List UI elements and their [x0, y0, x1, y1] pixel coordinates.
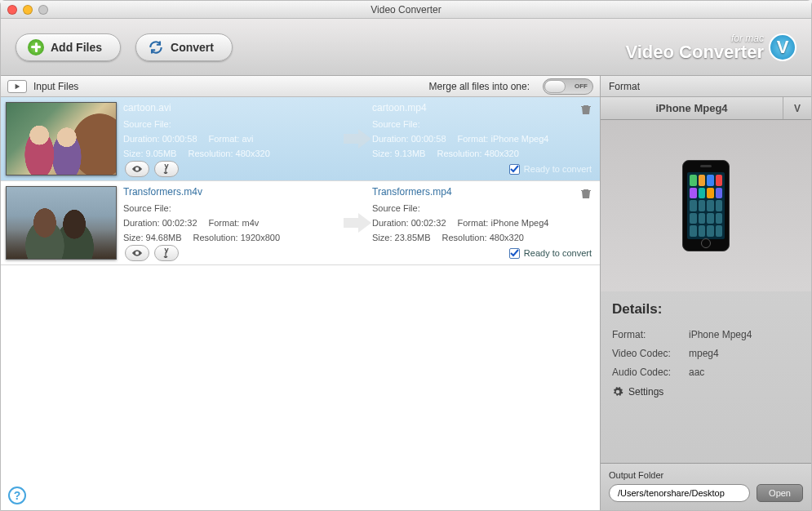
detail-format: iPhone Mpeg4 — [689, 329, 752, 340]
preview-button[interactable] — [125, 161, 149, 177]
delete-button[interactable] — [579, 102, 593, 117]
ready-checkbox[interactable] — [509, 164, 520, 175]
open-folder-button[interactable]: Open — [757, 484, 803, 502]
output-folder-input[interactable] — [609, 484, 750, 502]
source-file-label: Source File: — [123, 117, 343, 131]
plus-icon — [28, 39, 44, 56]
arrow-right-icon — [343, 211, 372, 234]
merge-label: Merge all files into one: — [429, 81, 530, 92]
ready-label: Ready to convert — [524, 248, 592, 258]
convert-label: Convert — [171, 41, 214, 54]
edit-button[interactable] — [154, 245, 179, 261]
output-folder-label: Output Folder — [609, 470, 803, 480]
gear-icon — [612, 386, 623, 398]
file-list: cartoon.avi Source File: Duration: 00:00… — [1, 97, 600, 510]
dest-filename: cartoon.mp4 — [372, 102, 592, 113]
details-heading: Details: — [612, 301, 800, 318]
add-files-label: Add Files — [51, 41, 102, 54]
settings-button[interactable]: Settings — [612, 386, 800, 398]
convert-button[interactable]: Convert — [135, 33, 233, 61]
input-files-label: Input Files — [33, 81, 78, 92]
detail-video-codec: mpeg4 — [689, 348, 719, 359]
format-selector[interactable]: iPhone Mpeg4 — [601, 97, 783, 119]
settings-label: Settings — [628, 386, 663, 398]
ready-checkbox[interactable] — [509, 248, 520, 259]
brand-logo-icon: V — [769, 33, 796, 61]
edit-button[interactable] — [154, 161, 179, 177]
video-thumbnail[interactable] — [6, 102, 117, 176]
detail-audio-codec: aac — [689, 367, 704, 378]
file-row[interactable]: Transformers.m4v Source File: Duration: … — [1, 181, 600, 265]
dest-filename: Transformers.mp4 — [372, 186, 592, 198]
merge-toggle[interactable]: OFF — [543, 78, 593, 95]
video-thumbnail[interactable] — [6, 186, 117, 260]
arrow-right-icon — [343, 127, 372, 150]
window-title: Video Converter — [1, 4, 811, 16]
format-dropdown-button[interactable]: V — [783, 97, 811, 119]
input-files-header: Input Files Merge all files into one: OF… — [1, 76, 600, 97]
preview-button[interactable] — [125, 245, 149, 261]
source-filename: cartoon.avi — [123, 102, 343, 113]
play-icon[interactable] — [7, 80, 27, 93]
toggle-knob — [544, 80, 566, 93]
iphone-icon — [682, 160, 730, 251]
format-header: Format — [601, 76, 811, 97]
brand: for mac Video Converter V — [625, 33, 796, 61]
add-files-button[interactable]: Add Files — [16, 33, 121, 61]
format-preview — [601, 120, 811, 291]
ready-label: Ready to convert — [524, 164, 592, 174]
file-row[interactable]: cartoon.avi Source File: Duration: 00:00… — [1, 97, 600, 181]
delete-button[interactable] — [579, 186, 593, 201]
toolbar: Add Files Convert for mac Video Converte… — [1, 19, 811, 76]
brand-title: Video Converter — [625, 43, 764, 61]
details-panel: Details: Format:iPhone Mpeg4 Video Codec… — [601, 291, 811, 463]
convert-icon — [148, 39, 164, 56]
toggle-state-label: OFF — [575, 82, 588, 90]
titlebar: Video Converter — [1, 1, 811, 19]
help-button[interactable]: ? — [8, 487, 26, 504]
source-filename: Transformers.m4v — [123, 186, 343, 198]
